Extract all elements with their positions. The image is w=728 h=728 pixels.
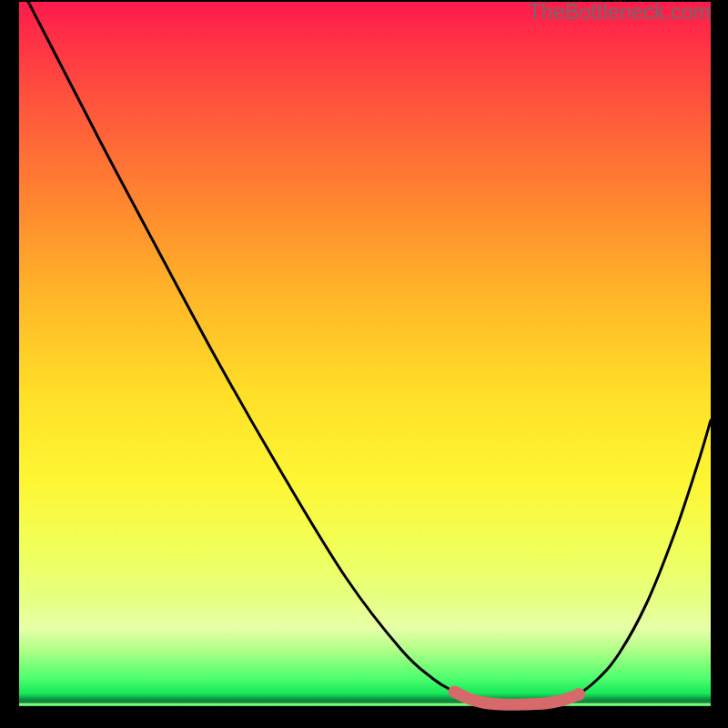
- chart-plot-area: [19, 2, 711, 706]
- optimal-point-dot: [572, 688, 585, 701]
- optimal-range-marker: [454, 692, 574, 704]
- watermark-text: TheBottleneck.com: [529, 0, 711, 25]
- bottleneck-curve: [25, 0, 711, 704]
- chart-svg: [19, 2, 711, 706]
